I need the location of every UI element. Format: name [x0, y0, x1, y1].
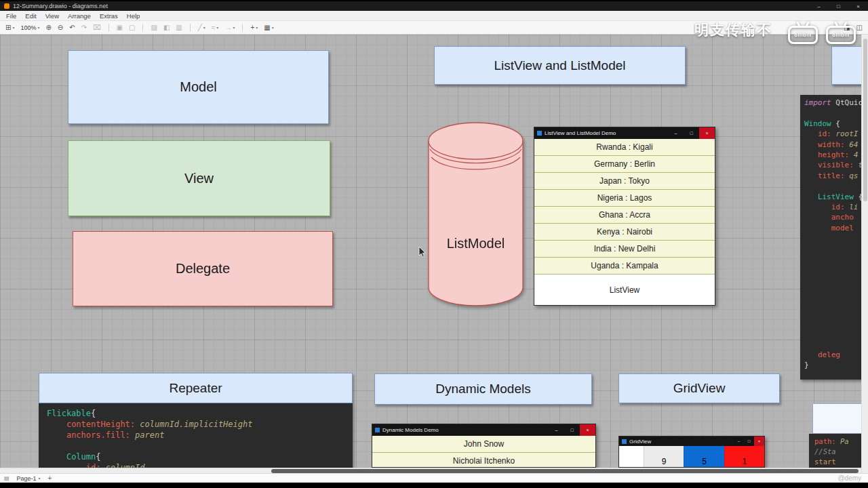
bilibili-wordmark: bilibili	[794, 32, 812, 38]
fill-color-icon[interactable]: ▨	[151, 24, 157, 31]
listview-demo-window[interactable]: ListView and ListModel Demo – □ × Rwanda…	[534, 127, 715, 306]
dynamic-close-button[interactable]: ×	[580, 424, 595, 436]
code-line: contentHeight: columnId.implicitHeight	[47, 419, 353, 430]
maximize-button[interactable]: □	[829, 1, 848, 11]
demo-maximize-button[interactable]: □	[684, 127, 699, 139]
connection-style-icon[interactable]: ╱▾	[198, 24, 205, 31]
pages-menu-icon[interactable]: ▤	[4, 475, 9, 481]
vertical-scrollbar[interactable]	[861, 35, 868, 473]
listview-listmodel-header-shape[interactable]: ListView and ListModel	[434, 46, 686, 85]
gridview-close-button[interactable]: ×	[754, 436, 764, 446]
shadow-icon[interactable]: ▥	[176, 24, 182, 31]
delete-icon[interactable]: ⌧	[93, 24, 101, 31]
caret-down-icon: ▾	[233, 25, 235, 30]
list-item[interactable]: India : New Delhi	[534, 241, 715, 258]
menu-view[interactable]: View	[45, 12, 59, 20]
to-front-icon[interactable]: ▣	[117, 24, 123, 31]
code-token: parent	[135, 430, 164, 440]
line-color-icon[interactable]: ◧	[163, 24, 170, 31]
code-line: start	[814, 457, 868, 467]
list-item[interactable]: Germany : Berlin	[534, 156, 715, 173]
list-item[interactable]: Kenya : Nairobi	[534, 224, 715, 241]
zoom-out-icon[interactable]: ⊖	[58, 24, 63, 31]
code-token: ListView	[818, 192, 854, 201]
code-token: 64	[849, 140, 858, 149]
view-shape[interactable]: View	[68, 140, 330, 216]
dynamic-models-demo-window[interactable]: Dynamic Models Demo – □ × John Snow Nich…	[372, 424, 596, 468]
waypoints-icon[interactable]: ≈▾	[212, 24, 219, 31]
code-token: model	[831, 224, 854, 232]
code-token: Flickable	[47, 409, 91, 418]
code-line: Flickable{	[47, 408, 353, 419]
menu-file[interactable]: File	[6, 12, 16, 20]
view-grid-icon[interactable]: ⊞▾	[5, 24, 14, 31]
list-item[interactable]: Uganda : Kampala	[534, 258, 715, 274]
grid-cell: 9	[644, 446, 684, 467]
fill-color-icon-glyph: ▨	[151, 24, 157, 31]
dynamic-models-shape[interactable]: Dynamic Models	[374, 373, 592, 405]
list-item[interactable]: Nicholai Itchenko	[372, 453, 595, 468]
app-window: 12-Summary.drawio - diagrams.net – □ × F…	[0, 0, 868, 488]
list-item[interactable]: Rwanda : Kigali	[534, 139, 715, 156]
model-shape[interactable]: Model	[68, 50, 329, 124]
zoom-in-icon[interactable]: ⊕	[45, 24, 51, 31]
code-line: visible: t	[804, 160, 868, 170]
zoom-level[interactable]: 100%▾	[20, 24, 39, 31]
code-token: height:	[818, 150, 854, 159]
menu-help[interactable]: Help	[127, 12, 140, 20]
menu-arrange[interactable]: Arrange	[68, 12, 91, 20]
vertical-scrollbar-thumb[interactable]	[863, 39, 867, 201]
waypoints-icon-glyph: ≈	[212, 24, 216, 31]
gridview-maximize-button[interactable]: □	[744, 436, 754, 446]
arrow-style-icon[interactable]: →▾	[224, 24, 235, 31]
undo-icon[interactable]: ↶	[69, 24, 75, 31]
code-token	[47, 420, 66, 429]
close-button[interactable]: ×	[848, 1, 868, 11]
gridview-shape[interactable]: GridView	[618, 373, 780, 403]
pathview-code-panel[interactable]: path: Pa//Stastart	[809, 434, 868, 468]
redo-icon[interactable]: ↷	[81, 24, 87, 31]
list-item[interactable]: Japan : Tokyo	[534, 173, 715, 190]
gridview-minimize-button[interactable]: –	[734, 436, 744, 446]
repeater-label: Repeater	[169, 381, 222, 396]
qml-code-panel[interactable]: import QtQuic Window { id: rootI width: …	[800, 95, 868, 380]
list-item[interactable]: John Snow	[372, 436, 595, 453]
code-token	[804, 224, 831, 232]
caret-down-icon: ▾	[216, 25, 218, 30]
to-back-icon[interactable]: ▢	[129, 24, 135, 31]
code-token	[804, 129, 818, 138]
demo-close-button[interactable]: ×	[699, 127, 715, 139]
qt-app-icon	[375, 428, 380, 432]
toolbar-divider	[190, 24, 191, 32]
code-line: width: 64	[804, 140, 868, 150]
outline-panel-icon[interactable]: ◫	[856, 24, 863, 31]
list-item[interactable]: Ghana : Accra	[534, 207, 715, 224]
menu-extras[interactable]: Extras	[100, 12, 118, 20]
repeater-shape[interactable]: Repeater	[39, 373, 353, 403]
minimize-button[interactable]: –	[809, 1, 829, 11]
code-token: {	[831, 119, 840, 128]
code-line: id: li	[804, 202, 868, 212]
shadow-icon-glyph: ▥	[176, 24, 182, 31]
partial-light-shape[interactable]	[812, 403, 868, 434]
delegate-shape[interactable]: Delegate	[73, 231, 333, 306]
table-icon[interactable]: ▦▾	[264, 24, 273, 31]
code-token: {	[96, 452, 100, 462]
arrow-style-icon-glyph: →	[224, 24, 231, 31]
dynamic-minimize-button[interactable]: –	[549, 424, 564, 436]
horizontal-scrollbar[interactable]	[0, 468, 861, 473]
gridview-demo-window[interactable]: GridView – □ × 951	[618, 436, 765, 468]
list-item[interactable]: Nigeria : Lagos	[534, 190, 715, 207]
menu-edit[interactable]: Edit	[25, 12, 36, 20]
insert-icon[interactable]: +▾	[250, 24, 258, 31]
page-tab[interactable]: Page-1 ▾	[14, 475, 44, 482]
redo-icon-glyph: ↷	[81, 24, 87, 31]
add-page-button[interactable]: +	[48, 474, 52, 482]
repeater-code-panel[interactable]: Flickable{ contentHeight: columnId.impli…	[39, 403, 353, 468]
dynamic-maximize-button[interactable]: □	[564, 424, 580, 436]
bilibili-logo: bilibili	[788, 26, 818, 44]
diagram-canvas[interactable]: Model View Delegate ListView and ListMod…	[0, 35, 868, 468]
demo-minimize-button[interactable]: –	[668, 127, 684, 139]
listmodel-cylinder-shape[interactable]: ListModel	[428, 122, 524, 306]
toolbar-icons: ⊞▾100%▾⊕⊖↶↷⌧▣▢▨◧▥╱▾≈▾→▾+▾▦▾	[5, 24, 274, 32]
